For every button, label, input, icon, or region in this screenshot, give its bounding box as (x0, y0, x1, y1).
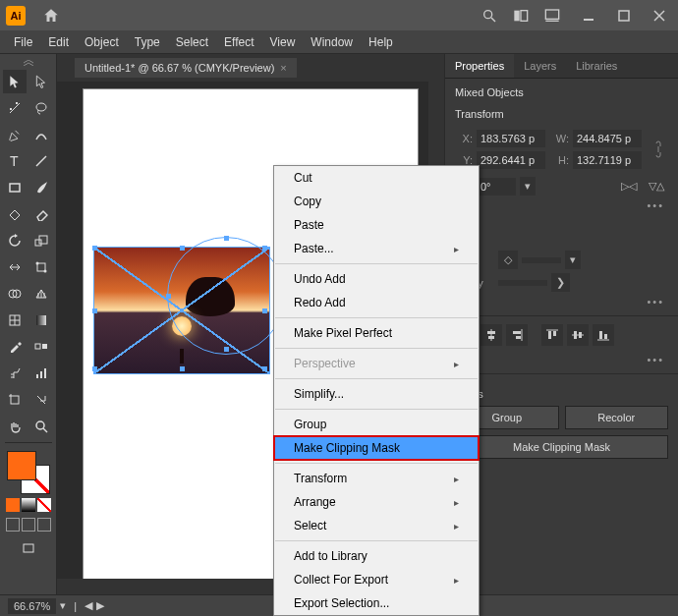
align-vcenter[interactable] (567, 324, 589, 346)
selection-tool[interactable] (3, 70, 27, 93)
context-menu-item-copy[interactable]: Copy (274, 190, 479, 213)
context-menu-item-arrange[interactable]: Arrange (274, 490, 479, 514)
context-menu-item-simplify[interactable]: Simplify... (274, 382, 479, 406)
make-clipping-mask-button[interactable]: Make Clipping Mask (455, 435, 668, 459)
menu-view[interactable]: View (262, 32, 304, 52)
menu-help[interactable]: Help (361, 32, 401, 52)
menu-effect[interactable]: Effect (216, 32, 261, 52)
blend-tool[interactable] (29, 335, 53, 359)
shape-builder-tool[interactable] (3, 282, 27, 306)
context-menu-item-collect-for-export[interactable]: Collect For Export (274, 568, 479, 591)
rectangle-tool[interactable] (3, 176, 27, 199)
stroke-stepper[interactable]: ◇ (498, 251, 518, 269)
close-tab-icon[interactable]: × (280, 62, 286, 74)
column-graph-tool[interactable] (29, 362, 53, 385)
menu-object[interactable]: Object (77, 32, 127, 52)
opacity-field[interactable] (498, 280, 547, 286)
zoom-tool[interactable] (29, 415, 53, 438)
line-tool[interactable] (29, 149, 53, 173)
align-right[interactable] (506, 324, 528, 346)
tab-properties[interactable]: Properties (445, 54, 514, 78)
context-menu-item-paste[interactable]: Paste (274, 213, 479, 237)
appearance-more[interactable]: ••• (455, 296, 668, 308)
search-icon[interactable] (477, 3, 502, 28)
window-maximize-icon[interactable] (614, 7, 634, 25)
zoom-dropdown-icon[interactable]: ▾ (60, 599, 66, 612)
width-tool[interactable] (3, 255, 27, 279)
context-menu-item-redo-add[interactable]: Redo Add (274, 291, 479, 314)
nav-next-icon[interactable]: ▶ (96, 599, 104, 612)
color-mode-none[interactable] (37, 498, 51, 512)
hand-tool[interactable] (3, 415, 27, 438)
symbol-sprayer-tool[interactable] (3, 362, 27, 385)
transform-rotate[interactable]: 0° (477, 178, 516, 196)
menu-select[interactable]: Select (168, 32, 216, 52)
menu-type[interactable]: Type (127, 32, 168, 52)
nav-prev-icon[interactable]: ◀ (85, 599, 92, 612)
context-menu-item-export-selection[interactable]: Export Selection... (274, 591, 479, 615)
tab-libraries[interactable]: Libraries (566, 54, 627, 78)
ellipse-selection[interactable] (167, 237, 285, 355)
flip-horizontal-icon[interactable]: ▷◁ (617, 178, 641, 195)
fill-stroke-control[interactable] (7, 451, 50, 494)
context-menu-item-cut[interactable]: Cut (274, 166, 479, 190)
free-transform-tool[interactable] (29, 255, 53, 279)
lasso-tool[interactable] (29, 96, 53, 120)
menu-file[interactable]: File (6, 32, 40, 52)
link-wh-icon[interactable] (648, 138, 668, 161)
window-close-icon[interactable] (650, 7, 669, 25)
pen-tool[interactable] (3, 123, 27, 146)
magic-wand-tool[interactable] (3, 96, 27, 120)
align-bottom[interactable] (593, 324, 614, 346)
context-menu-item-make-clipping-mask[interactable]: Make Clipping Mask (274, 436, 479, 460)
dropdown-icon[interactable]: ▾ (520, 177, 536, 196)
eraser-tool[interactable] (29, 202, 53, 226)
color-mode-solid[interactable] (6, 498, 20, 512)
home-icon[interactable] (38, 3, 64, 28)
type-tool[interactable]: T (3, 149, 27, 173)
context-menu-item-transform[interactable]: Transform (274, 467, 479, 490)
arrange-documents-icon[interactable] (508, 3, 534, 28)
transform-h[interactable]: 132.7119 p (573, 151, 642, 169)
perspective-grid-tool[interactable] (29, 282, 53, 306)
align-hcenter[interactable] (480, 324, 502, 346)
context-menu-item-select[interactable]: Select (274, 514, 479, 537)
document-tab[interactable]: Untitled-1* @ 66.67 % (CMYK/Preview) × (75, 58, 297, 78)
eyedropper-tool[interactable] (3, 335, 27, 359)
recolor-button[interactable]: Recolor (565, 406, 669, 429)
align-more[interactable]: ••• (455, 354, 668, 365)
gradient-tool[interactable] (29, 308, 53, 332)
context-menu-item-add-to-library[interactable]: Add to Library (274, 544, 479, 568)
context-menu-item-paste[interactable]: Paste... (274, 237, 479, 260)
draw-behind[interactable] (22, 518, 35, 532)
draw-normal[interactable] (6, 518, 20, 532)
transform-y[interactable]: 292.6441 p (477, 151, 545, 169)
color-mode-gradient[interactable] (22, 498, 35, 512)
transform-more[interactable]: ••• (455, 199, 668, 211)
rotate-tool[interactable] (3, 229, 27, 252)
tab-layers[interactable]: Layers (514, 54, 566, 78)
curvature-tool[interactable] (29, 123, 53, 146)
zoom-field[interactable]: 66.67% (8, 598, 56, 614)
paintbrush-tool[interactable] (29, 176, 53, 199)
flip-vertical-icon[interactable]: ▽△ (645, 178, 668, 195)
artboard-tool[interactable] (3, 388, 27, 412)
direct-selection-tool[interactable] (29, 70, 53, 93)
context-menu-item-group[interactable]: Group (274, 413, 479, 436)
slice-tool[interactable] (29, 388, 53, 412)
context-menu-item-undo-add[interactable]: Undo Add (274, 267, 479, 291)
window-minimize-icon[interactable] (579, 7, 598, 25)
transform-w[interactable]: 244.8475 p (573, 130, 642, 147)
menu-edit[interactable]: Edit (40, 32, 77, 52)
fill-swatch[interactable] (7, 451, 36, 480)
workspace-switcher-icon[interactable] (539, 3, 565, 28)
draw-inside[interactable] (37, 518, 51, 532)
scale-tool[interactable] (29, 229, 53, 252)
shaper-tool[interactable] (3, 202, 27, 226)
screen-mode[interactable] (17, 537, 40, 561)
transform-x[interactable]: 183.5763 p (477, 130, 545, 147)
mesh-tool[interactable] (3, 308, 27, 332)
context-menu-item-make-pixel-perfect[interactable]: Make Pixel Perfect (274, 321, 479, 345)
menu-window[interactable]: Window (303, 32, 361, 52)
align-top[interactable] (541, 324, 563, 346)
